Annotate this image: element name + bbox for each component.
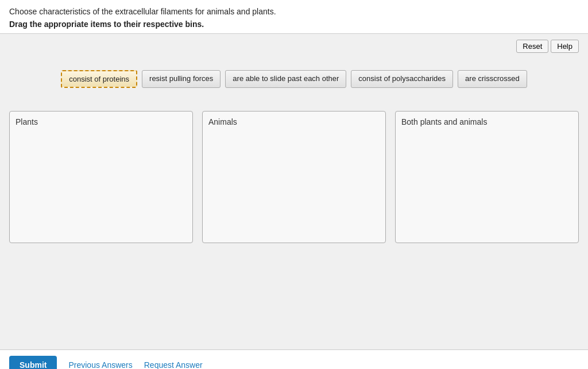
previous-answers-button[interactable]: Previous Answers bbox=[68, 360, 132, 369]
zone-both-label: Both plants and animals bbox=[401, 117, 572, 126]
help-button[interactable]: Help bbox=[551, 40, 579, 53]
request-answer-button[interactable]: Request Answer bbox=[144, 360, 203, 369]
submit-button[interactable]: Submit bbox=[9, 356, 57, 369]
drag-instruction: Drag the appropriate items to their resp… bbox=[9, 20, 579, 29]
draggable-chip[interactable]: consist of polysaccharides bbox=[351, 70, 453, 88]
instruction-text: Choose characteristics of the extracellu… bbox=[9, 7, 579, 16]
draggable-chip[interactable]: consist of proteins bbox=[61, 70, 137, 88]
draggable-chip[interactable]: are able to slide past each other bbox=[225, 70, 346, 88]
zone-plants[interactable]: Plants bbox=[9, 111, 193, 243]
draggable-items-container: consist of proteinsresist pulling forces… bbox=[9, 70, 579, 88]
draggable-chip[interactable]: resist pulling forces bbox=[142, 70, 220, 88]
drop-zones-container: PlantsAnimalsBoth plants and animals bbox=[9, 111, 579, 243]
top-buttons: Reset Help bbox=[9, 40, 579, 53]
zone-animals[interactable]: Animals bbox=[202, 111, 386, 243]
draggable-chip[interactable]: are crisscrossed bbox=[458, 70, 527, 88]
main-area: Reset Help consist of proteinsresist pul… bbox=[0, 34, 588, 350]
zone-both[interactable]: Both plants and animals bbox=[395, 111, 579, 243]
bottom-bar: Submit Previous Answers Request Answer bbox=[0, 350, 588, 369]
zone-plants-label: Plants bbox=[16, 117, 187, 126]
top-section: Choose characteristics of the extracellu… bbox=[0, 0, 588, 34]
reset-button[interactable]: Reset bbox=[516, 40, 548, 53]
zone-animals-label: Animals bbox=[208, 117, 380, 126]
